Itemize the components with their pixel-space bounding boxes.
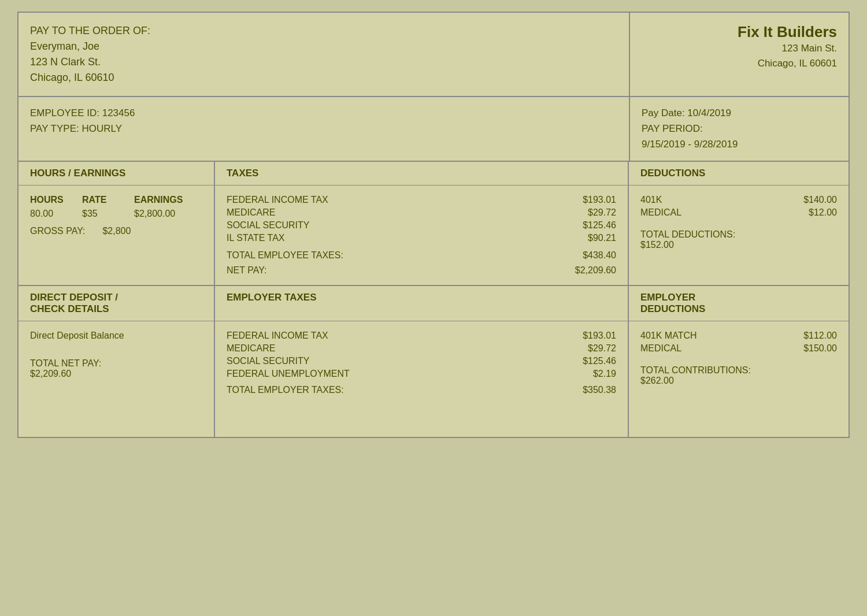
employer-deduction-line-item: MEDICAL$150.00 bbox=[640, 343, 837, 354]
tax-line-label: FEDERAL INCOME TAX bbox=[227, 195, 564, 205]
employer-tax-amount: $2.19 bbox=[564, 369, 616, 379]
direct-deposit-section-header: DIRECT DEPOSIT /CHECK DETAILS bbox=[18, 286, 215, 321]
tax-line-item: SOCIAL SECURITY$125.46 bbox=[227, 220, 616, 231]
company-address2: Chicago, IL 60601 bbox=[642, 56, 837, 71]
section-headers: HOURS / EARNINGS TAXES DEDUCTIONS bbox=[18, 162, 849, 185]
info-left: EMPLOYEE ID: 123456 PAY TYPE: HOURLY bbox=[18, 97, 629, 161]
employer-tax-label: MEDICARE bbox=[227, 343, 564, 354]
tax-line-label: MEDICARE bbox=[227, 207, 564, 218]
employer-deduction-label: 401K MATCH bbox=[640, 331, 697, 341]
hours-col-header: HOURS bbox=[30, 195, 71, 205]
gross-pay-line: GROSS PAY: $2,800 bbox=[30, 226, 202, 236]
employer-tax-amount: $193.01 bbox=[564, 331, 616, 341]
employer-tax-line-item: FEDERAL INCOME TAX$193.01 bbox=[227, 331, 616, 341]
pay-period-label: PAY PERIOD: bbox=[642, 121, 837, 136]
tax-line-amount: $90.21 bbox=[564, 233, 616, 243]
employer-tax-line-item: MEDICARE$29.72 bbox=[227, 343, 616, 354]
hours-earnings-data: HOURS RATE EARNINGS 80.00 $35 $2,800.00 … bbox=[18, 185, 215, 285]
info-row: EMPLOYEE ID: 123456 PAY TYPE: HOURLY Pay… bbox=[18, 97, 849, 162]
total-employer-taxes-label: TOTAL EMPLOYER TAXES: bbox=[227, 385, 344, 395]
tax-line-item: IL STATE TAX$90.21 bbox=[227, 233, 616, 243]
pay-to-label: PAY TO THE ORDER OF: bbox=[30, 23, 617, 39]
employer-tax-amount: $29.72 bbox=[564, 343, 616, 354]
main-data-row: HOURS RATE EARNINGS 80.00 $35 $2,800.00 … bbox=[18, 185, 849, 286]
pay-type: PAY TYPE: HOURLY bbox=[30, 121, 617, 136]
total-deductions-label: TOTAL DEDUCTIONS: bbox=[640, 229, 735, 240]
net-pay-line: NET PAY: $2,209.60 bbox=[227, 265, 616, 276]
total-employer-taxes-line: TOTAL EMPLOYER TAXES: $350.38 bbox=[227, 385, 616, 395]
net-pay-value: $2,209.60 bbox=[575, 265, 616, 276]
header-row: PAY TO THE ORDER OF: Everyman, Joe 123 N… bbox=[18, 13, 849, 97]
company-name: Fix It Builders bbox=[642, 23, 837, 41]
employer-tax-amount: $125.46 bbox=[564, 356, 616, 366]
tax-line-label: IL STATE TAX bbox=[227, 233, 564, 243]
total-employee-taxes-line: TOTAL EMPLOYEE TAXES: $438.40 bbox=[227, 250, 616, 261]
total-contributions-value: $262.00 bbox=[640, 376, 837, 386]
earnings-col-header: EARNINGS bbox=[134, 195, 183, 205]
tax-line-label: SOCIAL SECURITY bbox=[227, 220, 564, 231]
bottom-section-headers: DIRECT DEPOSIT /CHECK DETAILS EMPLOYER T… bbox=[18, 286, 849, 321]
total-net-pay-section: TOTAL NET PAY: $2,209.60 bbox=[30, 358, 202, 379]
employer-taxes-section-header: EMPLOYER TAXES bbox=[215, 286, 629, 321]
total-deductions-value: $152.00 bbox=[640, 240, 837, 250]
tax-line-amount: $29.72 bbox=[564, 207, 616, 218]
deduction-label: MEDICAL bbox=[640, 207, 681, 218]
tax-line-item: MEDICARE$29.72 bbox=[227, 207, 616, 218]
employer-tax-label: FEDERAL UNEMPLOYMENT bbox=[227, 369, 564, 379]
employer-deductions-section-header: EMPLOYERDEDUCTIONS bbox=[629, 286, 849, 321]
company-address1: 123 Main St. bbox=[642, 41, 837, 56]
net-pay-label: NET PAY: bbox=[227, 265, 266, 276]
rate-col-header: RATE bbox=[82, 195, 123, 205]
deductions-section-header: DEDUCTIONS bbox=[629, 162, 849, 185]
earnings-value: $2,800.00 bbox=[134, 209, 175, 219]
employer-deduction-amount: $150.00 bbox=[803, 343, 837, 354]
direct-deposit-header-text: DIRECT DEPOSIT /CHECK DETAILS bbox=[30, 292, 118, 314]
employer-deduction-label: MEDICAL bbox=[640, 343, 681, 354]
hours-earnings-section-header: HOURS / EARNINGS bbox=[18, 162, 215, 185]
deduction-amount: $12.00 bbox=[809, 207, 837, 218]
tax-line-amount: $125.46 bbox=[564, 220, 616, 231]
total-employer-taxes-value: $350.38 bbox=[583, 385, 616, 395]
hours-values: 80.00 $35 $2,800.00 bbox=[30, 209, 202, 219]
tax-line-item: FEDERAL INCOME TAX$193.01 bbox=[227, 195, 616, 205]
employer-deductions-data: 401K MATCH$112.00MEDICAL$150.00 TOTAL CO… bbox=[629, 321, 849, 437]
total-deductions-line: TOTAL DEDUCTIONS: bbox=[640, 229, 837, 240]
deduction-line-item: MEDICAL$12.00 bbox=[640, 207, 837, 218]
employer-deduction-amount: $112.00 bbox=[803, 331, 837, 341]
direct-deposit-balance-label: Direct Deposit Balance bbox=[30, 331, 202, 341]
employee-address2: Chicago, IL 60610 bbox=[30, 70, 617, 86]
employee-address1: 123 N Clark St. bbox=[30, 54, 617, 70]
total-contributions-section: TOTAL CONTRIBUTIONS: $262.00 bbox=[640, 365, 837, 386]
bottom-data-row: Direct Deposit Balance TOTAL NET PAY: $2… bbox=[18, 321, 849, 437]
deduction-lines: 401K$140.00MEDICAL$12.00 bbox=[640, 195, 837, 218]
deduction-label: 401K bbox=[640, 195, 662, 205]
employer-tax-line-item: FEDERAL UNEMPLOYMENT$2.19 bbox=[227, 369, 616, 379]
tax-lines: FEDERAL INCOME TAX$193.01MEDICARE$29.72S… bbox=[227, 195, 616, 243]
direct-deposit-data: Direct Deposit Balance TOTAL NET PAY: $2… bbox=[18, 321, 215, 437]
total-net-pay-label: TOTAL NET PAY: bbox=[30, 358, 202, 369]
total-net-pay-value: $2,209.60 bbox=[30, 369, 202, 379]
header-right: Fix It Builders 123 Main St. Chicago, IL… bbox=[629, 13, 849, 96]
rate-value: $35 bbox=[82, 209, 123, 219]
pay-date: Pay Date: 10/4/2019 bbox=[642, 105, 837, 121]
hours-value: 80.00 bbox=[30, 209, 71, 219]
taxes-data: FEDERAL INCOME TAX$193.01MEDICARE$29.72S… bbox=[215, 185, 629, 285]
info-right: Pay Date: 10/4/2019 PAY PERIOD: 9/15/201… bbox=[629, 97, 849, 161]
pay-stub: PAY TO THE ORDER OF: Everyman, Joe 123 N… bbox=[17, 12, 850, 438]
employer-tax-lines: FEDERAL INCOME TAX$193.01MEDICARE$29.72S… bbox=[227, 331, 616, 379]
employer-deductions-header-text: EMPLOYERDEDUCTIONS bbox=[640, 292, 705, 314]
employer-tax-label: SOCIAL SECURITY bbox=[227, 356, 564, 366]
total-employee-taxes-value: $438.40 bbox=[583, 250, 616, 261]
deductions-data: 401K$140.00MEDICAL$12.00 TOTAL DEDUCTION… bbox=[629, 185, 849, 285]
deduction-amount: $140.00 bbox=[803, 195, 837, 205]
taxes-section-header: TAXES bbox=[215, 162, 629, 185]
total-employee-taxes-label: TOTAL EMPLOYEE TAXES: bbox=[227, 250, 343, 261]
employer-deduction-lines: 401K MATCH$112.00MEDICAL$150.00 bbox=[640, 331, 837, 354]
total-contributions-label: TOTAL CONTRIBUTIONS: bbox=[640, 365, 837, 376]
employer-tax-line-item: SOCIAL SECURITY$125.46 bbox=[227, 356, 616, 366]
employer-deduction-line-item: 401K MATCH$112.00 bbox=[640, 331, 837, 341]
gross-pay-value: $2,800 bbox=[102, 226, 131, 236]
employee-name: Everyman, Joe bbox=[30, 39, 617, 54]
tax-line-amount: $193.01 bbox=[564, 195, 616, 205]
deduction-line-item: 401K$140.00 bbox=[640, 195, 837, 205]
